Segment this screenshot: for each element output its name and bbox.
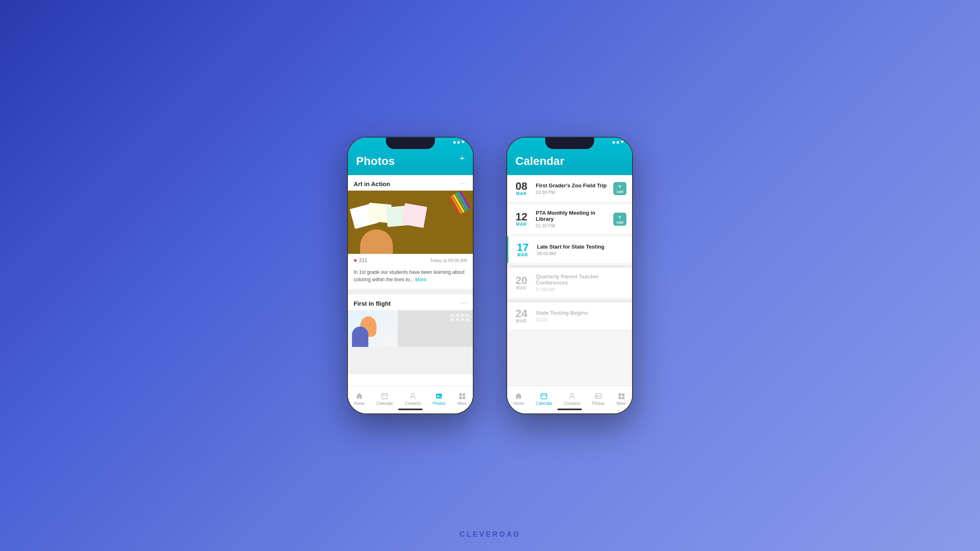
event-day-08: 08 (513, 181, 530, 191)
svg-rect-19 (621, 393, 624, 395)
add-photo-button[interactable]: + (459, 153, 465, 164)
svg-rect-20 (618, 396, 621, 399)
plus-icon-pta: + (618, 214, 621, 220)
svg-point-4 (411, 393, 414, 396)
swipe-indicator (398, 409, 423, 410)
photo-timestamp: Today at 09:00 AM (430, 258, 467, 263)
plus-icon-zoo: + (618, 183, 621, 190)
event-day-20: 20 (513, 275, 530, 286)
brand-label: CLEVEROAD (459, 530, 520, 539)
event-title-late-start: Late Start for State Testing (537, 244, 626, 250)
nav-photos-label: Photos (433, 401, 445, 406)
more-icon (457, 392, 467, 400)
nav-home[interactable]: Home (354, 392, 365, 406)
event-late-start: 17 MAR Late Start for State Testing 08:0… (507, 236, 632, 263)
window-1 (451, 314, 454, 317)
cal-home-icon (514, 392, 523, 400)
cal-nav-contacts[interactable]: Contacts (564, 392, 580, 406)
event-day-17: 17 (514, 242, 531, 253)
photos-icon-svg (435, 392, 443, 400)
add-event-zoo-button[interactable]: + Add (613, 182, 626, 195)
event-parent-conf: 20 MAR Quarterly Parent Teacher Conferen… (507, 268, 632, 298)
add-event-pta-button[interactable]: + Add (613, 213, 626, 226)
event-state-testing: 24 MAR State Testing Begins 11:00 (507, 302, 632, 329)
home-icon-svg (355, 392, 363, 400)
cal-nav-calendar[interactable]: Calendar (536, 392, 552, 406)
nav-contacts[interactable]: Contacts (405, 392, 421, 406)
contacts-icon-svg (409, 392, 417, 400)
card-header-flight: First in flight ··· (348, 295, 473, 310)
signal-dot-3 (612, 141, 615, 144)
window-8 (466, 318, 469, 321)
event-date-20: 20 MAR (513, 275, 530, 290)
nav-more[interactable]: More (457, 392, 467, 406)
nav-home-label: Home (354, 401, 365, 406)
art-image (348, 191, 473, 254)
cal-nav-more[interactable]: More (617, 392, 626, 406)
cal-nav-home-label: Home (513, 401, 524, 406)
heart-icon: ♥ (354, 257, 357, 264)
window-5 (451, 318, 454, 321)
nav-more-label: More (457, 401, 467, 406)
cal-more-icon (617, 392, 626, 400)
cal-photos-icon-svg (594, 392, 602, 400)
event-info-late-start: Late Start for State Testing 08:00 AM (537, 244, 626, 256)
contacts-icon (408, 392, 418, 400)
event-title-parent-conf: Quarterly Parent Teacher Conferences (536, 273, 626, 286)
signal-triangle-2 (621, 141, 624, 144)
card-menu-art[interactable]: ··· (461, 180, 467, 187)
calendar-phone: Calendar 08 MAR First Grader's Zoo Field… (506, 137, 633, 414)
phone-notch-2 (545, 138, 594, 149)
art-in-action-card: Art in Action ··· (348, 175, 473, 289)
window-6 (456, 318, 459, 321)
signal-dot-4 (617, 141, 619, 144)
person-shape (352, 327, 368, 347)
cal-calendar-icon-svg (540, 392, 548, 400)
nav-photos[interactable]: Photos (433, 392, 445, 406)
paper-4 (401, 203, 427, 228)
more-link[interactable]: More (415, 277, 426, 282)
event-day-24: 24 (513, 308, 530, 319)
cal-nav-home[interactable]: Home (513, 392, 524, 406)
calendar-title: Calendar (515, 155, 624, 168)
calendar-icon-svg (381, 392, 389, 400)
nav-calendar[interactable]: Calendar (376, 392, 393, 406)
signal-triangle (461, 141, 465, 144)
event-info-parent-conf: Quarterly Parent Teacher Conferences 11:… (536, 273, 626, 292)
event-date-24: 24 MAR (513, 308, 530, 323)
event-title-zoo: First Grader's Zoo Field Trip (536, 182, 608, 189)
signal-dot-2 (457, 141, 460, 144)
event-info-state-testing: State Testing Begins 11:00 (536, 310, 626, 322)
svg-rect-5 (436, 393, 442, 398)
art-background (348, 191, 473, 254)
card-menu-flight[interactable]: ··· (461, 300, 467, 307)
likes-count: 211 (359, 258, 367, 263)
svg-rect-18 (618, 393, 621, 395)
window-7 (461, 318, 464, 321)
photos-content: Art in Action ··· (348, 175, 473, 374)
flight-image (348, 310, 473, 347)
cal-contacts-icon-svg (568, 392, 576, 400)
photos-title: Photos (356, 155, 465, 168)
event-date-08: 08 MAR (513, 181, 530, 196)
first-in-flight-card: First in flight ··· (348, 295, 473, 347)
event-pta-meeting: 12 MAR PTA Monthly Meeting in Library 01… (507, 204, 632, 234)
svg-rect-10 (462, 396, 465, 399)
phone-notch (386, 138, 435, 149)
svg-rect-9 (459, 396, 461, 399)
card-title-art: Art in Action (354, 180, 390, 187)
event-zoo-field-trip: 08 MAR First Grader's Zoo Field Trip 03:… (507, 175, 632, 202)
svg-rect-8 (462, 393, 465, 395)
photo-description: In 1st grade our students have been lear… (348, 267, 473, 289)
add-label-zoo: Add (616, 190, 624, 194)
cal-nav-photos[interactable]: Photos (592, 392, 605, 406)
window-2 (456, 314, 459, 317)
cal-nav-more-label: More (617, 401, 626, 406)
photos-icon (434, 392, 444, 400)
event-info-pta: PTA Monthly Meeting in Library 01:30 PM (536, 210, 608, 228)
status-bar-2 (612, 141, 624, 144)
status-bar (453, 141, 465, 144)
event-info-zoo: First Grader's Zoo Field Trip 03:30 PM (536, 182, 608, 195)
photos-phone: Photos + Art in Action ··· (347, 137, 474, 414)
cal-photos-icon (593, 392, 603, 400)
